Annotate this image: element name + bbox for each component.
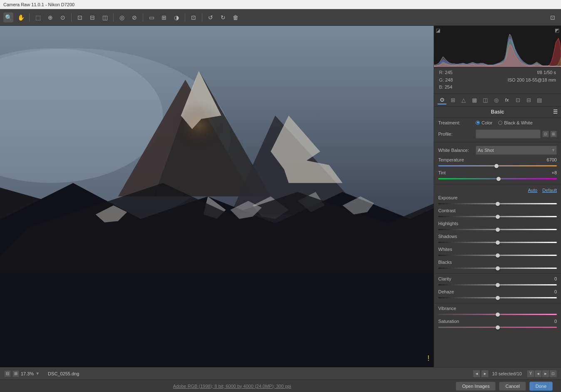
default-btn[interactable]: Default [542, 188, 557, 193]
blacks-track [438, 268, 557, 269]
clarity-track [438, 284, 557, 285]
filmstrip-left[interactable]: ◄ [534, 370, 542, 377]
next-btn[interactable]: ► [481, 370, 489, 377]
temperature-label: Temperature [438, 157, 464, 162]
footer-info-link[interactable]: Adobe RGB (1998); 8 bit; 6000 by 4000 (2… [173, 384, 291, 389]
shadows-thumb[interactable] [496, 241, 500, 245]
highlights-track [438, 229, 557, 230]
bottom-strip: ⊟ ⊞ 17.3% ▼ DSC_0255.dng ◄ ► 10 selected… [0, 367, 561, 380]
adjustments-panel: Basic ☰ Treatment: Color Black & White [434, 107, 561, 367]
auto-btn[interactable]: Auto [528, 188, 538, 193]
saturation-thumb[interactable] [496, 325, 500, 330]
vibrance-label: Vibrance [438, 306, 456, 311]
wb-label: White Balance: [438, 148, 476, 153]
temperature-thumb[interactable] [494, 164, 499, 168]
filmstrip-right[interactable]: ► [542, 370, 549, 377]
dehaze-track [438, 297, 557, 298]
brush-tool[interactable]: ▭ [146, 12, 156, 22]
cancel-btn[interactable]: Cancel [499, 382, 526, 391]
tool-separator-5 [185, 13, 185, 22]
profile-grid-icon[interactable]: ⊞ [550, 131, 557, 137]
crop-tool[interactable]: ⊡ [75, 12, 85, 22]
wb-row: White Balance: As Shot Auto Daylight Clo… [434, 144, 561, 156]
exposure-thumb[interactable] [496, 202, 500, 206]
shadows-track [438, 242, 557, 243]
vibrance-thumb[interactable] [496, 313, 500, 317]
saturation-row: Saturation 0 [434, 318, 561, 331]
hist-shadow-clip[interactable]: ◪ [436, 27, 440, 33]
rotate-ccw-btn[interactable]: ↺ [206, 12, 216, 22]
radial-filter-tool[interactable]: ◑ [171, 12, 181, 22]
blacks-thumb[interactable] [496, 266, 500, 270]
profile-select[interactable] [476, 129, 541, 139]
toolbar: 🔍 ✋ ⬚ ⊕ ⊙ ⊡ ⊟ ◫ ◎ ⊘ ▭ ⊞ ◑ ⊡ ↺ ↻ 🗑 ⊡ [0, 9, 561, 26]
filmstrip-toggle[interactable]: ⊡ [548, 12, 558, 22]
highlights-label: Highlights [438, 221, 458, 226]
shadows-label: Shadows [438, 234, 457, 239]
tab-basic[interactable]: ⊙ [437, 95, 447, 104]
panel-tabs: ⊙ ⊞ △ ▦ ◫ ◎ fx ⊡ ⊟ ▤ [434, 94, 561, 107]
color-sampler-tool[interactable]: ⊕ [45, 12, 55, 22]
tab-effects[interactable]: fx [502, 95, 511, 104]
wb-select[interactable]: As Shot Auto Daylight Cloudy Shade Tungs… [476, 146, 557, 155]
svg-rect-13 [154, 93, 244, 174]
treatment-color[interactable]: Color [476, 120, 492, 125]
tab-lens[interactable]: ◎ [491, 95, 501, 104]
tab-detail[interactable]: △ [459, 95, 468, 104]
tab-hsl[interactable]: ▦ [470, 95, 479, 104]
whites-track [438, 255, 557, 256]
highlights-thumb[interactable] [496, 228, 500, 232]
transform-tool[interactable]: ◫ [100, 12, 110, 22]
straighten-tool[interactable]: ⊟ [87, 12, 97, 22]
open-images-btn[interactable]: Open Images [456, 382, 496, 391]
rgb-values: R: 245 G: 248 B: 254 [439, 69, 453, 91]
profile-label: Profile: [438, 131, 476, 136]
color-radio-dot [477, 122, 479, 124]
r-value: 245 [445, 70, 452, 75]
tool-separator-3 [113, 13, 114, 22]
tab-transform[interactable]: ⊡ [513, 95, 522, 104]
targeted-adjustment-tool[interactable]: ⊙ [58, 12, 68, 22]
hist-highlight-clip[interactable]: ◩ [555, 27, 559, 33]
filter-btn[interactable]: Y [527, 370, 534, 377]
bw-radio[interactable] [498, 121, 502, 125]
color-label: Color [482, 120, 492, 125]
rgb-readout: R: 245 G: 248 B: 254 f/8 1/50 s ISO 200 … [434, 67, 561, 94]
trash-btn[interactable]: 🗑 [231, 12, 241, 22]
treatment-label: Treatment: [438, 120, 476, 125]
profile-browse-icon[interactable]: ⊡ [542, 131, 549, 137]
dehaze-thumb[interactable] [496, 296, 500, 300]
spot-removal-tool[interactable]: ◎ [117, 12, 127, 22]
panel-menu-icon[interactable]: ☰ [553, 109, 558, 115]
zoom-out-btn[interactable]: ⊟ [4, 370, 11, 377]
vibrance-row: Vibrance [434, 305, 561, 318]
zoom-in-btn[interactable]: ⊞ [12, 370, 19, 377]
treatment-bw[interactable]: Black & White [498, 120, 532, 125]
tab-tone-curve[interactable]: ⊞ [448, 95, 457, 104]
adjustment-layers-tool[interactable]: ⊡ [189, 12, 199, 22]
b-value: 254 [444, 84, 452, 89]
tab-calibration[interactable]: ⊟ [524, 95, 533, 104]
rotate-cw-btn[interactable]: ↻ [218, 12, 228, 22]
tab-presets[interactable]: ▤ [535, 95, 544, 104]
highlights-slider-wrap [438, 226, 557, 233]
filmstrip-expand[interactable]: ⊡ [549, 370, 557, 377]
tint-thumb[interactable] [496, 177, 501, 181]
red-eye-tool[interactable]: ⊘ [129, 12, 139, 22]
hand-tool[interactable]: ✋ [16, 12, 26, 22]
temperature-track [438, 165, 557, 166]
filename: DSC_0255.dng [48, 371, 79, 376]
prev-btn[interactable]: ◄ [473, 370, 480, 377]
whites-label: Whites [438, 247, 452, 252]
tab-split-toning[interactable]: ◫ [481, 95, 490, 104]
gradient-filter-tool[interactable]: ⊞ [159, 12, 169, 22]
zoom-tool[interactable]: 🔍 [3, 12, 13, 22]
color-radio[interactable] [476, 121, 480, 125]
zoom-dropdown-arrow[interactable]: ▼ [35, 371, 40, 376]
contrast-thumb[interactable] [496, 215, 500, 219]
white-balance-tool[interactable]: ⬚ [33, 12, 43, 22]
done-btn[interactable]: Done [529, 382, 553, 391]
canvas-area[interactable]: ! [0, 26, 434, 367]
clarity-thumb[interactable] [496, 283, 500, 287]
whites-thumb[interactable] [496, 253, 500, 258]
